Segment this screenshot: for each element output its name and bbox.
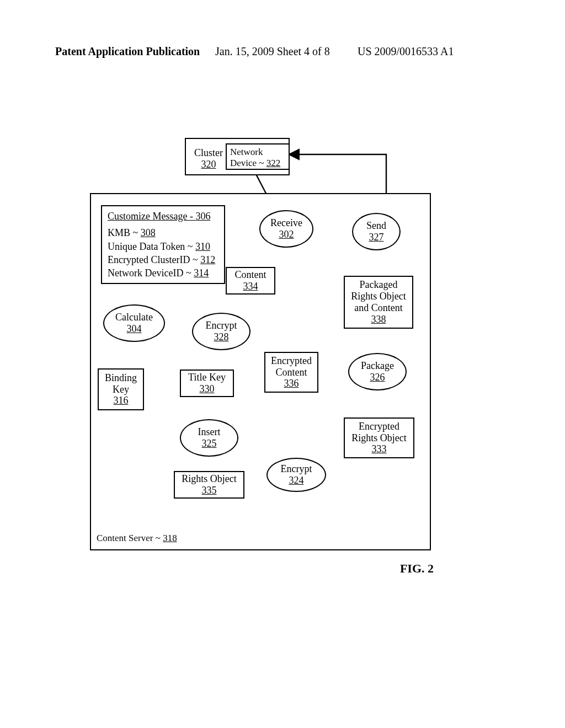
token-ref: 310 — [195, 241, 210, 252]
rights-object-box: Rights Object 335 — [174, 471, 244, 499]
header-center: Jan. 15, 2009 Sheet 4 of 8 — [215, 45, 330, 58]
rights-object-ref: 335 — [202, 485, 217, 496]
send-ellipse: Send 327 — [352, 213, 401, 250]
send-ref: 327 — [369, 232, 384, 243]
encrypt-ro-ellipse: Encrypt 324 — [266, 458, 326, 492]
rights-object-label: Rights Object — [182, 473, 237, 485]
customize-message-box: Customize Message - 306 KMB ~ 308 Unique… — [101, 205, 225, 284]
calculate-ellipse: Calculate 304 — [103, 304, 165, 342]
kmb-ref: 308 — [141, 227, 156, 238]
encrypt-main-ref: 328 — [214, 331, 229, 343]
encrypt-ro-ref: 324 — [289, 475, 304, 486]
packaged-l3: and Content — [354, 302, 403, 314]
customize-title-pre: Customize Message - — [108, 211, 195, 222]
packaged-output-box: Packaged Rights Object and Content 338 — [344, 276, 413, 329]
header-right: US 2009/0016533 A1 — [358, 45, 454, 58]
packaged-l1: Packaged — [360, 279, 398, 291]
binding-key-box: Binding Key 316 — [98, 368, 144, 410]
content-label: Content — [235, 269, 266, 281]
figure-caption: FIG. 2 — [400, 561, 434, 576]
ndid-pre: Network DeviceID ~ — [108, 267, 194, 279]
receive-ellipse: Receive 302 — [259, 210, 313, 248]
network-device-prefix: Network Device ~ — [230, 147, 266, 168]
encrypted-rights-box: Encrypted Rights Object 333 — [344, 417, 414, 458]
token-pre: Unique Data Token ~ — [108, 241, 195, 252]
enc-content-l2: Content — [276, 367, 307, 378]
insert-ellipse: Insert 325 — [180, 419, 238, 457]
enc-rights-ref: 333 — [372, 443, 387, 455]
receive-ref: 302 — [279, 229, 294, 240]
insert-ref: 325 — [202, 438, 217, 449]
calculate-ref: 304 — [127, 323, 142, 335]
ndid-ref: 314 — [194, 267, 209, 279]
content-server-ref: 318 — [163, 533, 177, 543]
figure-diagram: Cluster 320 Network Device ~ 322 Content… — [90, 138, 432, 568]
send-label: Send — [366, 220, 386, 232]
encrypt-ro-label: Encrypt — [281, 463, 312, 475]
package-ref: 326 — [370, 372, 385, 383]
title-key-ref: 330 — [200, 383, 215, 395]
title-key-box: Title Key 330 — [180, 370, 234, 397]
content-server-prefix: Content Server ~ — [97, 533, 163, 543]
title-key-label: Title Key — [188, 372, 226, 383]
header-left: Patent Application Publication — [55, 45, 200, 58]
binding-key-l2: Key — [113, 384, 129, 395]
binding-key-l1: Binding — [105, 372, 137, 384]
packaged-l2: Rights Object — [351, 291, 406, 302]
packaged-ref: 338 — [371, 314, 386, 325]
encrypted-content-box: Encrypted Content 336 — [264, 352, 318, 393]
cluster-ref: 320 — [189, 159, 228, 170]
enc-rights-l2: Rights Object — [351, 432, 407, 444]
ecid-ref: 312 — [200, 254, 215, 265]
customize-title-ref: 306 — [195, 211, 210, 222]
receive-label: Receive — [270, 217, 302, 229]
insert-label: Insert — [198, 426, 221, 438]
cluster-label: Cluster — [189, 147, 228, 159]
network-device-ref: 322 — [266, 158, 281, 168]
package-ellipse: Package 326 — [348, 353, 407, 390]
encrypt-main-label: Encrypt — [206, 320, 237, 331]
ecid-pre: Encrypted ClusterID ~ — [108, 254, 200, 265]
binding-key-ref: 316 — [114, 395, 129, 406]
enc-content-ref: 336 — [284, 378, 299, 389]
content-ref: 334 — [243, 281, 258, 292]
calculate-label: Calculate — [115, 312, 153, 323]
network-device-box: Network Device ~ 322 — [226, 143, 290, 170]
package-label: Package — [361, 360, 394, 372]
encrypt-main-ellipse: Encrypt 328 — [192, 313, 250, 350]
enc-rights-l1: Encrypted — [359, 421, 399, 432]
enc-content-l1: Encrypted — [271, 355, 312, 367]
kmb-pre: KMB ~ — [108, 227, 141, 238]
content-box: Content 334 — [226, 267, 275, 295]
